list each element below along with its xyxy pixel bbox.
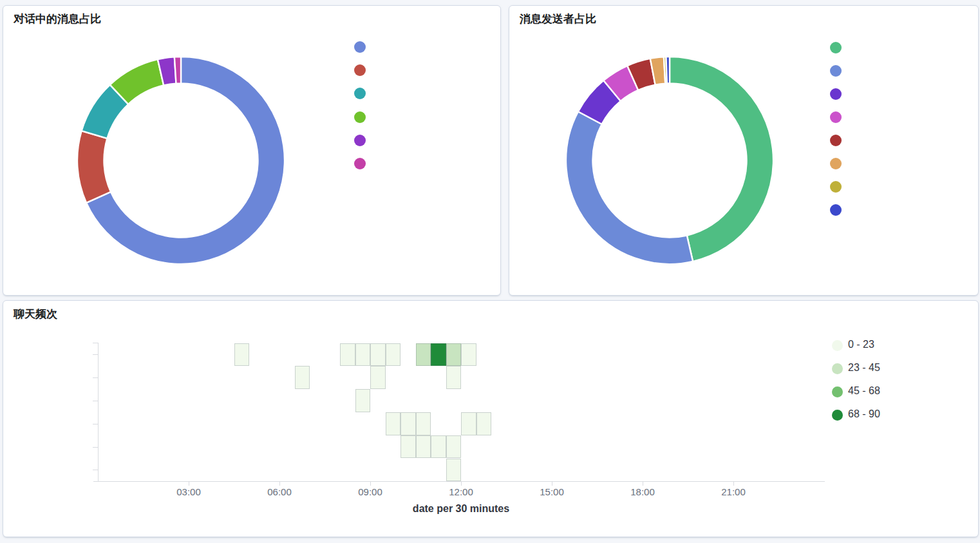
legend-dot-4[interactable] bbox=[354, 135, 366, 146]
legend-dot-5[interactable] bbox=[830, 158, 842, 169]
legend-dot-1[interactable] bbox=[830, 65, 842, 77]
heatmap-cell[interactable] bbox=[416, 343, 431, 367]
panel-sender-share: 消息发送者占比 bbox=[509, 5, 979, 296]
x-axis-tick bbox=[189, 481, 189, 486]
donut-chart-sender-share bbox=[509, 6, 978, 295]
heatmap-cell[interactable] bbox=[461, 412, 476, 435]
y-axis-tick bbox=[93, 354, 98, 355]
heatmap-legend-label-3: 68 - 90 bbox=[848, 408, 880, 420]
heatmap-cell[interactable] bbox=[461, 343, 476, 367]
x-axis-tick bbox=[643, 481, 643, 486]
heatmap-cell[interactable] bbox=[355, 343, 371, 367]
x-axis-label: 06:00 bbox=[259, 486, 300, 497]
heatmap-cell[interactable] bbox=[446, 343, 462, 367]
x-axis-label: 03:00 bbox=[168, 486, 209, 497]
x-axis-tick bbox=[552, 481, 552, 486]
legend-dot-3[interactable] bbox=[830, 111, 842, 123]
x-axis-tick bbox=[733, 481, 734, 486]
x-axis-label: 21:00 bbox=[713, 486, 754, 497]
heatmap-cell[interactable] bbox=[446, 435, 462, 459]
heatmap-legend-dot-0[interactable] bbox=[832, 340, 843, 351]
y-axis-line bbox=[98, 343, 99, 482]
heatmap-cell[interactable] bbox=[234, 343, 250, 367]
donut-slice-5[interactable] bbox=[174, 57, 181, 84]
legend-dot-0[interactable] bbox=[354, 41, 366, 53]
panel-title: 聊天频次 bbox=[14, 307, 57, 322]
x-axis-tick bbox=[461, 481, 462, 486]
donut-slice-0[interactable] bbox=[670, 57, 773, 262]
legend-dot-2[interactable] bbox=[830, 88, 842, 100]
x-axis-label: 15:00 bbox=[531, 486, 572, 497]
y-axis-tick bbox=[93, 377, 98, 378]
panel-message-share: 对话中的消息占比 bbox=[3, 5, 501, 296]
legend-dot-3[interactable] bbox=[354, 111, 366, 123]
heatmap-legend-dot-3[interactable] bbox=[832, 410, 843, 421]
donut-slice-1[interactable] bbox=[566, 111, 693, 264]
heatmap-cell[interactable] bbox=[416, 435, 431, 459]
heatmap-cell[interactable] bbox=[446, 459, 462, 482]
legend-dot-6[interactable] bbox=[830, 181, 842, 193]
heatmap-legend-dot-1[interactable] bbox=[832, 363, 843, 374]
donut-slice-7[interactable] bbox=[666, 57, 670, 84]
heatmap-cell[interactable] bbox=[431, 435, 446, 459]
heatmap-legend-dot-2[interactable] bbox=[832, 386, 843, 397]
heatmap-cell[interactable] bbox=[400, 412, 416, 435]
heatmap-cell[interactable] bbox=[370, 343, 386, 367]
x-axis-line bbox=[93, 481, 825, 482]
heatmap-cell[interactable] bbox=[446, 366, 462, 389]
y-axis-tick bbox=[93, 447, 98, 448]
x-axis-label: 12:00 bbox=[440, 486, 482, 497]
panel-chat-frequency: 聊天频次 03:0006:0009:0012:0015:0018:0021:00… bbox=[3, 300, 979, 537]
heatmap-legend-label-0: 0 - 23 bbox=[848, 339, 874, 350]
legend-dot-0[interactable] bbox=[830, 42, 842, 53]
heatmap-legend-label-1: 23 - 45 bbox=[848, 362, 880, 374]
x-axis-label: 09:00 bbox=[350, 486, 391, 497]
heatmap-cell[interactable] bbox=[416, 412, 431, 435]
heatmap-cell[interactable] bbox=[386, 343, 401, 367]
legend-dot-7[interactable] bbox=[830, 204, 842, 216]
x-axis-tick bbox=[370, 481, 371, 486]
heatmap-cell[interactable] bbox=[431, 343, 446, 367]
heatmap-cell[interactable] bbox=[340, 343, 355, 367]
heatmap-cell[interactable] bbox=[355, 389, 371, 412]
y-axis-tick bbox=[93, 343, 98, 343]
x-axis-tick bbox=[279, 481, 280, 486]
y-axis-tick bbox=[93, 470, 98, 470]
heatmap-legend-label-2: 45 - 68 bbox=[848, 385, 880, 397]
legend-dot-5[interactable] bbox=[354, 158, 366, 169]
donut-chart-message-share bbox=[3, 6, 500, 295]
heatmap-cell[interactable] bbox=[476, 412, 492, 435]
heatmap-cell[interactable] bbox=[386, 412, 401, 435]
x-axis-label: 18:00 bbox=[622, 486, 663, 497]
y-axis-tick bbox=[93, 401, 98, 401]
heatmap-cell[interactable] bbox=[370, 366, 386, 389]
heatmap-cell[interactable] bbox=[295, 366, 310, 389]
heatmap-cell[interactable] bbox=[400, 435, 416, 459]
donut-slice-1[interactable] bbox=[77, 131, 111, 203]
legend-dot-4[interactable] bbox=[830, 135, 842, 146]
y-axis-tick bbox=[93, 424, 98, 424]
x-axis-title: date per 30 minutes bbox=[98, 503, 824, 515]
